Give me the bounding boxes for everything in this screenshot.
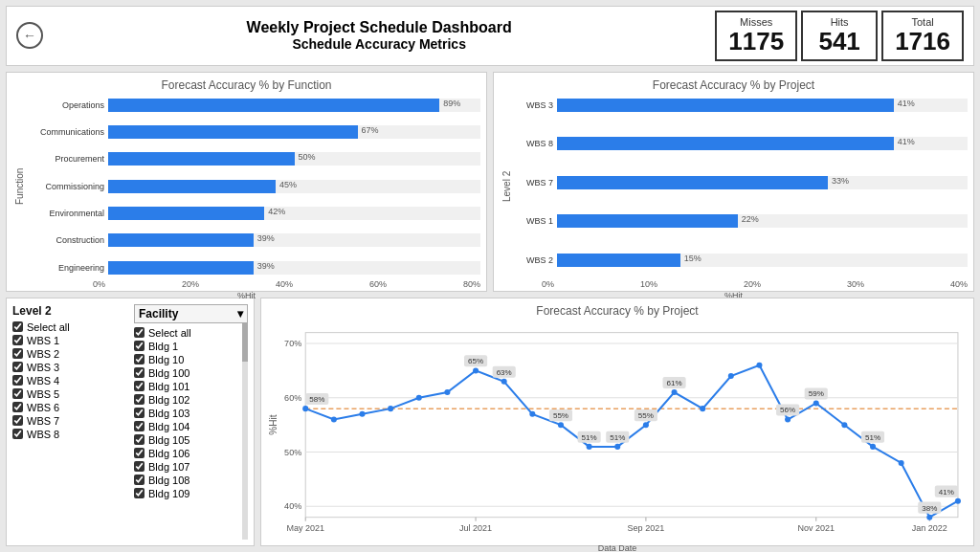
filter-level2-item-label: WBS 6 (27, 402, 59, 413)
filter-facility-item[interactable]: Bldg 108 (134, 475, 248, 486)
bar-pct-label-project: 22% (742, 214, 759, 224)
filter-facility-item[interactable]: Bldg 107 (134, 461, 248, 473)
filter-level2-item[interactable]: WBS 1 (12, 335, 126, 346)
scrollbar-thumb[interactable] (242, 323, 248, 362)
svg-point-45 (643, 422, 649, 428)
filter-facility-item-label: Bldg 103 (148, 408, 189, 419)
filter-level2-item-checkbox[interactable] (12, 375, 23, 386)
filter-level2-item-checkbox[interactable] (12, 362, 23, 372)
filter-facility-item[interactable]: Bldg 106 (134, 448, 248, 459)
filter-facility-item[interactable]: Bldg 103 (134, 408, 248, 419)
svg-text:Sep 2021: Sep 2021 (628, 522, 665, 532)
filter-facility-item-checkbox[interactable] (134, 488, 145, 498)
x-tick-function: 20% (182, 279, 199, 289)
back-button[interactable]: ← (16, 22, 43, 49)
svg-point-36 (558, 422, 564, 428)
filter-facility-item-checkbox[interactable] (134, 354, 145, 364)
bar-fill: 89% (108, 99, 439, 112)
filter-facility-item-checkbox[interactable] (134, 421, 145, 431)
filter-facility-item[interactable]: Bldg 109 (134, 488, 248, 499)
filter-level2-item-checkbox[interactable] (12, 429, 23, 439)
svg-point-25 (359, 410, 365, 416)
stat-hits: Hits 541 (801, 11, 878, 61)
svg-text:41%: 41% (939, 487, 954, 496)
filter-facility-item[interactable]: Bldg 101 (134, 381, 248, 392)
title-line1: Weekly Project Schedule Dashboard (43, 19, 715, 36)
svg-text:Jan 2022: Jan 2022 (912, 522, 947, 532)
bar-pct-label: 42% (268, 207, 285, 216)
bar-track: 42% (108, 207, 480, 220)
svg-point-21 (302, 406, 308, 411)
filter-facility-selectall-label: Select all (148, 327, 191, 339)
filter-facility-item-checkbox[interactable] (134, 475, 145, 485)
x-tick-project: 10% (640, 279, 657, 289)
filter-facility-item-label: Bldg 101 (148, 381, 189, 392)
filter-facility-item[interactable]: Bldg 104 (134, 421, 248, 432)
filter-level2-item-checkbox[interactable] (12, 402, 23, 412)
svg-text:55%: 55% (638, 411, 654, 420)
bar-row-project: WBS 341% (515, 96, 968, 115)
bar-fill-project: 15% (557, 254, 680, 267)
filter-facility-item-checkbox[interactable] (134, 434, 145, 445)
filter-level2-item[interactable]: WBS 8 (12, 429, 126, 440)
svg-point-51 (700, 406, 705, 411)
filter-level2-item[interactable]: WBS 7 (12, 415, 126, 427)
filter-facility-scroll[interactable]: Bldg 1Bldg 10Bldg 100Bldg 101Bldg 102Bld… (134, 341, 248, 501)
filter-level2-item[interactable]: WBS 3 (12, 362, 126, 373)
bar-track: 67% (108, 125, 480, 139)
filter-facility-item-checkbox[interactable] (134, 367, 145, 378)
filter-level2-item[interactable]: WBS 2 (12, 348, 126, 360)
x-tick-project: 0% (542, 279, 554, 289)
filter-facility-item-checkbox[interactable] (134, 381, 145, 391)
svg-point-54 (785, 416, 791, 422)
bar-row-function: Procurement50% (28, 149, 480, 168)
filter-facility-item-checkbox[interactable] (134, 448, 145, 458)
filter-facility-item-checkbox[interactable] (134, 408, 145, 418)
filter-level2-selectall-checkbox[interactable] (12, 321, 23, 332)
filter-facility-selectall-checkbox[interactable] (134, 327, 145, 338)
bar-label-function: Procurement (28, 154, 104, 164)
filter-level2-header: Level 2 (12, 304, 126, 318)
filter-level2-item-checkbox[interactable] (12, 415, 23, 426)
filter-facility-item[interactable]: Bldg 102 (134, 394, 248, 406)
bar-row-function: Environmental42% (28, 204, 480, 223)
svg-point-27 (416, 394, 422, 400)
title-line2: Schedule Accuracy Metrics (43, 36, 715, 52)
filter-facility-item-checkbox[interactable] (134, 461, 145, 472)
svg-text:58%: 58% (309, 395, 324, 404)
filter-level2-item[interactable]: WBS 5 (12, 388, 126, 400)
bar-pct-label: 50% (298, 152, 315, 162)
bar-track-project: 41% (557, 99, 968, 112)
filter-level2-item-checkbox[interactable] (12, 335, 23, 345)
bar-fill: 42% (108, 207, 264, 220)
bar-label-project: WBS 1 (515, 216, 553, 226)
filter-facility-dropdown[interactable]: Facility ▾ (134, 304, 248, 323)
filter-level2-item[interactable]: WBS 6 (12, 402, 126, 413)
stat-total-value: 1716 (895, 28, 950, 55)
filter-facility-item[interactable]: Bldg 100 (134, 367, 248, 379)
x-tick-function: 60% (369, 279, 387, 289)
stat-hits-value: 541 (814, 28, 864, 55)
filter-facility-item[interactable]: Bldg 10 (134, 354, 248, 365)
filter-level2-item-checkbox[interactable] (12, 388, 23, 399)
bar-fill: 39% (108, 261, 254, 275)
x-tick-function: 40% (276, 279, 293, 289)
bar-label-project: WBS 8 (515, 139, 553, 148)
filter-facility-item-checkbox[interactable] (134, 394, 145, 405)
bar-track: 39% (108, 233, 480, 247)
svg-text:55%: 55% (553, 411, 568, 420)
filter-facility-item[interactable]: Bldg 105 (134, 434, 248, 446)
filter-level2-item[interactable]: WBS 4 (12, 375, 126, 386)
filter-facility-col: Facility ▾ Select all Bldg 1Bldg 10Bldg … (134, 304, 248, 540)
bar-pct-label-project: 41% (898, 99, 915, 108)
filter-level2-selectall[interactable]: Select all (12, 321, 126, 333)
bar-track: 39% (108, 261, 480, 275)
filter-facility-selectall[interactable]: Select all (134, 327, 248, 339)
filter-facility-item[interactable]: Bldg 1 (134, 341, 248, 352)
bar-row-function: Operations89% (28, 96, 480, 115)
filter-facility-header: Facility (139, 307, 178, 320)
filter-level2-item-checkbox[interactable] (12, 348, 23, 359)
filter-facility-item-checkbox[interactable] (134, 341, 145, 351)
scrollbar-track[interactable] (242, 323, 248, 540)
bar-pct-label: 89% (443, 99, 460, 108)
